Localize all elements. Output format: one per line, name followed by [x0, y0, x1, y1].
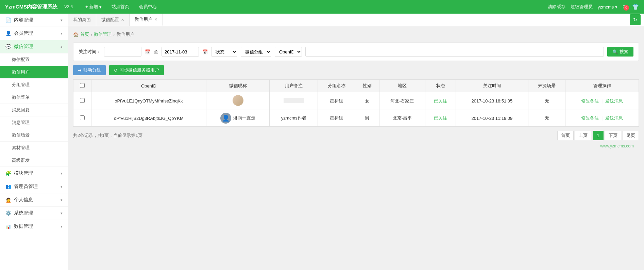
chevron-down-icon: ▾ [61, 185, 63, 189]
sidebar-subitem-wechat-menu[interactable]: 微信菜单 [0, 91, 68, 104]
avatar [233, 95, 243, 106]
nav-menu: + 新增 ▾ 站点首页 会员中心 [81, 2, 161, 12]
chevron-down-icon: ▾ [61, 31, 63, 36]
move-group-button[interactable]: ➜ 移动分组 [73, 65, 106, 75]
tab-wechat-users[interactable]: 微信用户 ✕ [130, 14, 163, 26]
content-icon: 📄 [5, 17, 11, 23]
search-icon: 🔍 [612, 49, 618, 54]
sidebar-subitem-wechat-users[interactable]: 微信用户 [0, 66, 68, 79]
search-button[interactable]: 🔍 搜索 [607, 47, 633, 57]
row1-checkbox[interactable] [80, 98, 85, 103]
sidebar-label-admin: 管理员管理 [14, 184, 38, 190]
tab-wechat-config-label: 微信配置 [101, 17, 119, 23]
refresh-button[interactable]: ↻ [630, 14, 641, 25]
sidebar-item-system[interactable]: ⚙️ 系统管理 ▾ [0, 207, 68, 220]
row2-actions: 修改备注 | 发送消息 [565, 110, 639, 127]
openid-select[interactable]: OpenID [275, 47, 302, 57]
row1-region: 河北-石家庄 [379, 92, 425, 110]
first-page-button[interactable]: 首页 [557, 131, 574, 140]
row1-group: 星标组 [318, 92, 355, 110]
group-select[interactable]: 微信分组 星标组 [241, 47, 271, 57]
breadcrumb: 🏠 首页 › 微信管理 › 微信用户 [73, 31, 639, 37]
nav-add-button[interactable]: + 新增 ▾ [81, 2, 106, 12]
nav-member-button[interactable]: 会员中心 [135, 2, 161, 12]
navbar-right: 清除缓存 超级管理员 yzmcms ▾ ✉ 0 👕 [548, 4, 639, 10]
row1-remark [270, 92, 318, 110]
tabs-and-content: 我的桌面 微信配置 ✕ 微信用户 ✕ ↻ 🏠 首页 [68, 14, 644, 157]
clear-cache-button[interactable]: 清除缓存 [548, 4, 565, 10]
prev-page-button[interactable]: 上页 [575, 131, 591, 140]
status-select[interactable]: 状态 已关注 未关注 [211, 47, 237, 57]
row2-checkbox-cell [73, 110, 91, 127]
sidebar-subitem-material[interactable]: 素材管理 [0, 142, 68, 154]
username-dropdown[interactable]: yzmcms ▾ [598, 4, 617, 10]
sidebar-item-member[interactable]: 👤 会员管理 ▾ [0, 27, 68, 40]
col-openid: OpenID [91, 80, 206, 92]
openid-input[interactable] [305, 47, 604, 57]
sidebar-item-profile[interactable]: 🙍 个人信息 ▾ [0, 193, 68, 207]
breadcrumb-parent[interactable]: 微信管理 [94, 31, 112, 37]
row2-gender: 男 [355, 110, 379, 127]
sidebar-subitem-msg-manage[interactable]: 消息管理 [0, 116, 68, 129]
shirt-icon[interactable]: 👕 [632, 4, 639, 10]
sidebar-item-wechat[interactable]: 💬 微信管理 ▴ [0, 40, 68, 53]
row1-send-msg[interactable]: 发送消息 [605, 98, 623, 104]
chevron-down-icon: ▾ [61, 198, 63, 202]
date-to-label: 至 [154, 49, 158, 55]
calendar-start-icon[interactable]: 📅 [145, 49, 150, 54]
chevron-up-icon: ▴ [61, 45, 63, 49]
admin-icon: 👥 [5, 184, 11, 189]
system-icon: ⚙️ [5, 210, 11, 216]
users-table: OpenID 微信昵称 用户备注 分组名称 性别 地区 状态 关注时间 来源场景… [73, 79, 639, 127]
sidebar-subitem-msg-reply[interactable]: 消息回复 [0, 104, 68, 116]
profile-icon: 🙍 [5, 197, 11, 203]
tab-dashboard[interactable]: 我的桌面 [68, 14, 96, 26]
chevron-down-icon: ▾ [615, 4, 617, 10]
date-start-input[interactable] [104, 47, 141, 57]
row2-nickname-text: 淋雨一直走 [233, 115, 255, 121]
sidebar-subitem-wechat-config[interactable]: 微信配置 [0, 53, 68, 66]
date-end-input[interactable] [162, 47, 199, 57]
row2-send-msg[interactable]: 发送消息 [605, 115, 623, 121]
sidebar-item-content[interactable]: 📄 内容管理 ▾ [0, 14, 68, 27]
last-page-button[interactable]: 尾页 [623, 131, 639, 140]
breadcrumb-home[interactable]: 首页 [80, 31, 89, 37]
home-icon: 🏠 [73, 32, 79, 37]
row2-checkbox[interactable] [80, 115, 85, 120]
sidebar-item-data[interactable]: 📊 数据管理 ▾ [0, 220, 68, 233]
action-divider: | [601, 98, 603, 104]
top-navbar: YzmCMS内容管理系统 V3.6 + 新增 ▾ 站点首页 会员中心 清除缓存 … [0, 0, 644, 14]
sidebar-label-member: 会员管理 [14, 30, 33, 36]
row1-edit-remark[interactable]: 修改备注 [581, 98, 599, 104]
col-follow-time: 关注时间 [456, 80, 528, 92]
member-icon: 👤 [5, 31, 11, 36]
row1-gender: 女 [355, 92, 379, 110]
calendar-end-icon[interactable]: 📅 [202, 49, 208, 54]
tab-wechat-config[interactable]: 微信配置 ✕ [96, 14, 130, 26]
sync-users-button[interactable]: ↺ 同步微信服务器用户 [109, 65, 164, 75]
footer-watermark: www.yzmcms.com [73, 140, 639, 152]
select-all-checkbox[interactable] [80, 83, 85, 88]
sidebar-subitem-group-manage[interactable]: 分组管理 [0, 79, 68, 91]
tab-wechat-users-close[interactable]: ✕ [154, 17, 157, 22]
nav-site-button[interactable]: 站点首页 [107, 2, 133, 12]
current-page-button[interactable]: 1 [593, 131, 604, 140]
tab-dashboard-label: 我的桌面 [73, 17, 91, 23]
chevron-down-icon: ▾ [61, 171, 63, 176]
breadcrumb-sep-1: › [91, 32, 92, 37]
breadcrumb-sep-2: › [113, 32, 115, 37]
row1-checkbox-cell [73, 92, 91, 110]
sidebar-subitem-wechat-scene[interactable]: 微信场景 [0, 129, 68, 142]
row1-status: 已关注 [425, 92, 456, 110]
col-actions: 管理操作 [565, 80, 639, 92]
main-area: 我的桌面 微信配置 ✕ 微信用户 ✕ ↻ 🏠 首页 [68, 14, 644, 270]
next-page-button[interactable]: 下页 [605, 131, 621, 140]
row2-nickname: 👤 淋雨一直走 [206, 110, 270, 127]
sidebar-subitem-mass-send[interactable]: 高级群发 [0, 154, 68, 167]
pagination-bar: 共2条记录，共1页，当前显示第1页 首页 上页 1 下页 尾页 [73, 131, 639, 140]
row2-edit-remark[interactable]: 修改备注 [581, 115, 599, 121]
pagination-buttons: 首页 上页 1 下页 尾页 [557, 131, 639, 140]
tab-wechat-config-close[interactable]: ✕ [121, 18, 124, 22]
sidebar-item-module[interactable]: 🧩 模块管理 ▾ [0, 167, 68, 180]
sidebar-item-admin[interactable]: 👥 管理员管理 ▾ [0, 180, 68, 193]
